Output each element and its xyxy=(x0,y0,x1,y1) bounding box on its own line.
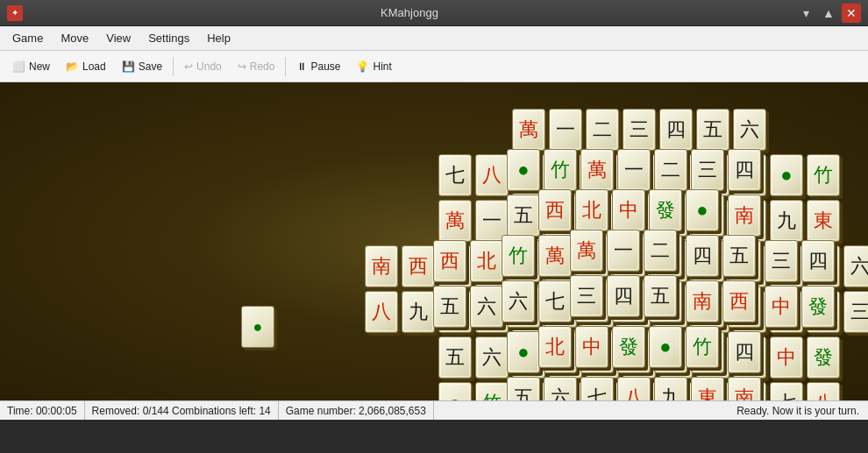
tile[interactable]: 四 xyxy=(659,109,693,151)
tile[interactable]: 北 xyxy=(538,326,572,368)
tile[interactable]: 西 xyxy=(402,245,435,287)
tile[interactable]: ● xyxy=(507,149,540,191)
tile[interactable]: 中 xyxy=(765,286,798,328)
save-button[interactable]: 💾 Save xyxy=(115,58,169,75)
tile[interactable]: 八 xyxy=(617,377,651,400)
tile[interactable]: 中 xyxy=(612,189,645,231)
tile[interactable]: 北 xyxy=(575,189,608,231)
tile[interactable]: 四 xyxy=(686,235,719,277)
tile[interactable]: 八 xyxy=(807,382,840,400)
tile[interactable]: 萬 xyxy=(538,235,572,277)
tile[interactable]: 發 xyxy=(807,336,840,379)
tile[interactable]: 東 xyxy=(691,377,724,400)
tile[interactable]: 三 xyxy=(765,240,798,282)
tile[interactable]: 二 xyxy=(654,149,687,191)
menu-move[interactable]: Move xyxy=(52,28,97,48)
tile[interactable]: 竹 xyxy=(686,326,719,368)
tile[interactable]: 東 xyxy=(807,200,840,242)
tile[interactable]: 南 xyxy=(728,195,761,237)
tile[interactable]: 竹 xyxy=(475,382,509,400)
tile[interactable]: 萬 xyxy=(570,230,603,272)
tile[interactable]: ● xyxy=(241,306,274,348)
maximize-button[interactable]: ▲ xyxy=(819,4,838,23)
tile[interactable]: 七 xyxy=(580,377,614,400)
tile[interactable]: 六 xyxy=(502,280,535,322)
new-button[interactable]: ⬜ New xyxy=(5,58,57,75)
tile[interactable]: 八 xyxy=(475,154,509,196)
tile[interactable]: 西 xyxy=(722,280,756,322)
tile[interactable]: 竹 xyxy=(502,235,535,277)
tile[interactable]: 西 xyxy=(433,240,466,282)
redo-button[interactable]: ↪ Redo xyxy=(231,58,282,75)
tile[interactable]: 三 xyxy=(570,275,603,317)
menu-view[interactable]: View xyxy=(97,28,139,48)
tile[interactable]: 萬 xyxy=(512,109,545,151)
menu-game[interactable]: Game xyxy=(4,28,52,48)
tile[interactable]: 七 xyxy=(770,382,803,400)
tile[interactable]: 一 xyxy=(549,109,582,151)
tile[interactable]: 發 xyxy=(649,189,682,231)
tile[interactable]: 六 xyxy=(733,109,766,151)
tile[interactable]: 一 xyxy=(607,230,640,272)
tile[interactable]: ● xyxy=(438,382,472,400)
hint-button[interactable]: 💡 Hint xyxy=(349,58,398,75)
tile[interactable]: 六 xyxy=(544,377,577,400)
tile[interactable]: 西 xyxy=(538,189,572,231)
status-time: Time: 00:00:05 xyxy=(0,401,85,420)
tile[interactable]: 五 xyxy=(507,195,540,237)
tile[interactable]: 五 xyxy=(644,275,677,317)
undo-icon: ↩ xyxy=(184,60,193,73)
undo-button[interactable]: ↩ Undo xyxy=(177,58,229,75)
tile[interactable]: 九 xyxy=(770,200,803,242)
tile[interactable]: 發 xyxy=(801,286,835,328)
tile[interactable]: 五 xyxy=(722,235,756,277)
tile[interactable]: 六 xyxy=(470,286,503,328)
menu-help[interactable]: Help xyxy=(198,28,239,48)
tile[interactable]: 二 xyxy=(644,230,677,272)
menu-settings[interactable]: Settings xyxy=(139,28,198,48)
tile[interactable]: 萬 xyxy=(438,200,472,242)
tile[interactable]: 七 xyxy=(538,280,572,322)
minimize-button[interactable]: ▾ xyxy=(796,4,815,23)
tile[interactable]: 五 xyxy=(507,377,540,400)
close-button[interactable]: ✕ xyxy=(842,4,861,23)
tile[interactable]: 六 xyxy=(475,336,509,379)
toolbar: ⬜ New 📂 Load 💾 Save ↩ Undo ↪ Redo ⏸ Paus… xyxy=(0,51,868,82)
tile[interactable]: 六 xyxy=(843,245,868,287)
tile[interactable]: 南 xyxy=(686,280,719,322)
tile[interactable]: 竹 xyxy=(807,154,840,196)
statusbar: Time: 00:00:05 Removed: 0/144 Combinatio… xyxy=(0,400,868,420)
tile[interactable]: 南 xyxy=(728,377,761,400)
tile[interactable]: 北 xyxy=(470,240,503,282)
tile[interactable]: 中 xyxy=(575,326,608,368)
tile[interactable]: 四 xyxy=(728,331,761,373)
tile[interactable]: 九 xyxy=(402,291,435,333)
tile[interactable]: ● xyxy=(686,189,719,231)
tile[interactable]: 二 xyxy=(586,109,619,151)
pause-button[interactable]: ⏸ Pause xyxy=(289,58,347,75)
tile[interactable]: 四 xyxy=(607,275,640,317)
tile[interactable]: 南 xyxy=(365,245,398,287)
tile[interactable]: 八 xyxy=(365,291,398,333)
tile[interactable]: 中 xyxy=(770,336,803,379)
load-button[interactable]: 📂 Load xyxy=(59,58,113,75)
tile[interactable]: 五 xyxy=(696,109,729,151)
tile[interactable]: 一 xyxy=(617,149,651,191)
hint-icon: 💡 xyxy=(356,60,369,73)
tile[interactable]: 三 xyxy=(691,149,724,191)
tile[interactable]: ● xyxy=(649,326,682,368)
tile[interactable]: ● xyxy=(770,154,803,196)
tile[interactable]: 竹 xyxy=(544,149,577,191)
tile[interactable]: 九 xyxy=(654,377,687,400)
titlebar-title: KMahjongg xyxy=(23,6,796,19)
tile[interactable]: 四 xyxy=(801,240,835,282)
tile[interactable]: 萬 xyxy=(580,149,614,191)
tile[interactable]: 三 xyxy=(843,291,868,333)
tile[interactable]: 七 xyxy=(438,154,472,196)
tile[interactable]: 五 xyxy=(438,336,472,379)
tile[interactable]: 四 xyxy=(728,149,761,191)
tile[interactable]: 三 xyxy=(623,109,656,151)
tile[interactable]: ● xyxy=(507,331,540,373)
tile[interactable]: 五 xyxy=(433,286,466,328)
tile[interactable]: 發 xyxy=(612,326,645,368)
